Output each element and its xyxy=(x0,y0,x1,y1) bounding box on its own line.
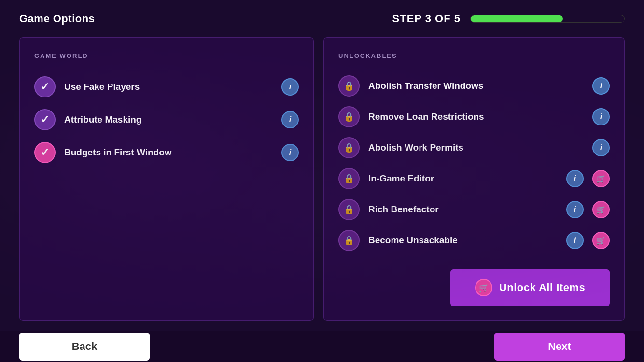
app-container: Game Options STEP 3 OF 5 GAME WORLD ✓ Us… xyxy=(0,0,644,362)
background-map xyxy=(0,0,644,362)
